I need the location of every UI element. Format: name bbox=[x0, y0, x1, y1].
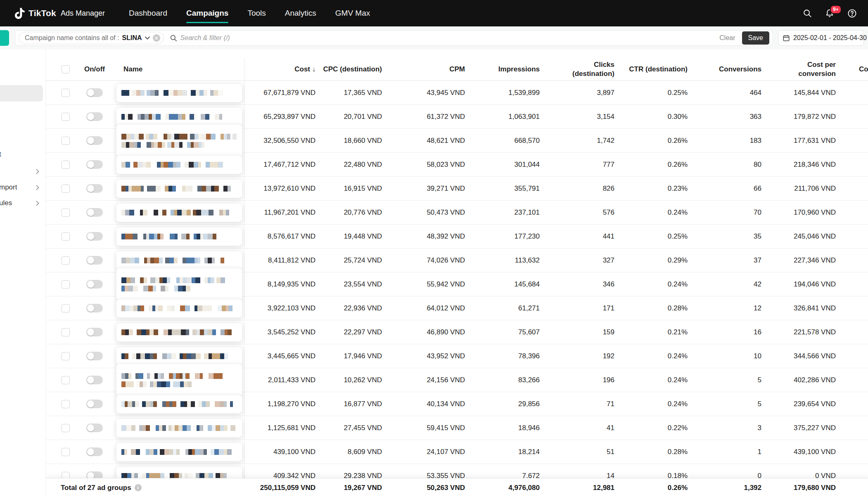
cell-ctr: 0.29% bbox=[614, 248, 688, 272]
column-header-clicks[interactable]: Clicks (destination) bbox=[540, 58, 614, 80]
row-on-off-toggle[interactable] bbox=[86, 328, 103, 336]
remove-filter-icon[interactable]: ✕ bbox=[153, 34, 160, 42]
table-row: 8,576,617 VND 19,448 VND 48,392 VND 177,… bbox=[46, 225, 868, 248]
ad-group-name-blurred[interactable] bbox=[116, 107, 242, 126]
nav-item-dashboard[interactable]: Dashboard bbox=[129, 7, 167, 19]
column-header-cpc[interactable]: CPC (destination) bbox=[315, 58, 382, 80]
notifications-bell-icon[interactable]: 9+ bbox=[824, 8, 835, 19]
ad-group-name-blurred[interactable] bbox=[116, 268, 242, 301]
row-checkbox[interactable] bbox=[62, 328, 70, 336]
row-checkbox[interactable] bbox=[62, 280, 70, 289]
row-on-off-toggle[interactable] bbox=[86, 208, 103, 217]
cell-cost-per-conversion: 375,227 VND bbox=[761, 416, 836, 440]
row-on-off-toggle[interactable] bbox=[86, 400, 103, 408]
date-range-text: 2025-02-01 - 2025-04-30 bbox=[793, 34, 867, 42]
row-on-off-toggle[interactable] bbox=[86, 256, 103, 265]
column-header-cost[interactable]: Cost ↓ bbox=[244, 58, 315, 80]
nav-item-gmv-max[interactable]: GMV Max bbox=[335, 7, 370, 19]
brand-logo[interactable]: TikTok Ads Manager bbox=[15, 8, 105, 19]
ad-group-name-blurred[interactable] bbox=[116, 364, 242, 397]
row-on-off-toggle[interactable] bbox=[86, 88, 103, 97]
nav-item-analytics[interactable]: Analytics bbox=[285, 7, 316, 19]
column-header-onoff[interactable]: On/off bbox=[77, 58, 112, 80]
row-on-off-toggle[interactable] bbox=[86, 304, 103, 312]
chevron-right-icon bbox=[36, 169, 39, 174]
row-checkbox[interactable] bbox=[62, 113, 70, 121]
ad-group-name-blurred[interactable] bbox=[116, 227, 242, 246]
row-checkbox[interactable] bbox=[62, 89, 70, 97]
row-checkbox[interactable] bbox=[62, 137, 70, 145]
ad-group-name-blurred[interactable] bbox=[116, 347, 242, 366]
search-icon[interactable] bbox=[802, 8, 813, 19]
sidebar-selected-item[interactable] bbox=[0, 85, 43, 102]
cell-cost: 32,506,550 VND bbox=[244, 129, 315, 152]
nav-item-campaigns[interactable]: Campaigns bbox=[186, 7, 228, 19]
cell-cost: 8,149,935 VND bbox=[244, 272, 315, 296]
row-checkbox[interactable] bbox=[62, 256, 70, 265]
side-panel-toggle[interactable] bbox=[0, 30, 9, 46]
row-on-off-toggle[interactable] bbox=[86, 376, 103, 384]
help-icon[interactable] bbox=[847, 8, 857, 19]
column-header-cpm[interactable]: CPM bbox=[382, 58, 465, 80]
ad-group-name-blurred[interactable] bbox=[116, 124, 242, 157]
info-icon[interactable]: i bbox=[135, 484, 142, 491]
ad-group-name-blurred[interactable] bbox=[116, 395, 242, 414]
column-header-impressions[interactable]: Impressions bbox=[465, 58, 540, 80]
column-header-conversions[interactable]: Conversions bbox=[688, 58, 761, 80]
row-on-off-toggle[interactable] bbox=[86, 447, 103, 456]
nav-item-tools[interactable]: Tools bbox=[247, 7, 266, 19]
cell-impressions: 301,044 bbox=[465, 153, 540, 176]
sidebar-item[interactable]: ules bbox=[0, 197, 46, 209]
ad-group-name-blurred[interactable] bbox=[116, 323, 242, 342]
date-range-picker[interactable]: 2025-02-01 - 2025-04-30 bbox=[778, 30, 864, 46]
row-on-off-toggle[interactable] bbox=[86, 184, 103, 193]
row-on-off-toggle[interactable] bbox=[86, 136, 103, 145]
row-on-off-toggle[interactable] bbox=[86, 160, 103, 169]
ad-group-name-blurred[interactable] bbox=[116, 155, 242, 174]
row-on-off-toggle[interactable] bbox=[86, 352, 103, 360]
column-header-name[interactable]: Name bbox=[112, 58, 244, 80]
sort-descending-icon[interactable]: ↓ bbox=[312, 66, 315, 73]
ad-group-name-blurred[interactable] bbox=[116, 419, 242, 438]
row-checkbox[interactable] bbox=[62, 208, 70, 217]
sidebar-item[interactable]: mport bbox=[0, 181, 46, 194]
table-row: 8,149,935 VND 23,554 VND 55,942 VND 145,… bbox=[46, 272, 868, 296]
campaign-filter-chip[interactable]: Campaign name contains all of : SLINA ✕ bbox=[19, 32, 164, 44]
select-all-checkbox[interactable] bbox=[62, 65, 70, 73]
chevron-right-icon bbox=[36, 185, 39, 190]
row-checkbox[interactable] bbox=[62, 424, 70, 432]
ad-group-name-blurred[interactable] bbox=[116, 251, 242, 270]
ad-group-name-blurred[interactable] bbox=[116, 179, 242, 198]
ad-group-name-blurred[interactable] bbox=[116, 299, 242, 318]
row-on-off-toggle[interactable] bbox=[86, 424, 103, 432]
clear-filters-link[interactable]: Clear bbox=[719, 34, 735, 42]
cell-cost-per-conversion: 177,631 VND bbox=[761, 129, 836, 152]
row-checkbox[interactable] bbox=[62, 232, 70, 241]
row-checkbox[interactable] bbox=[62, 161, 70, 169]
column-header-cut[interactable]: Co bbox=[836, 58, 868, 80]
row-checkbox[interactable] bbox=[62, 400, 70, 408]
ad-group-name-blurred[interactable] bbox=[116, 83, 242, 102]
row-checkbox[interactable] bbox=[62, 448, 70, 456]
cell-cost-per-conversion: 245,046 VND bbox=[761, 225, 836, 248]
row-checkbox[interactable] bbox=[62, 304, 70, 312]
total-cost-per-conversion: 179,680 VND bbox=[761, 484, 836, 492]
row-checkbox[interactable] bbox=[62, 352, 70, 360]
row-on-off-toggle[interactable] bbox=[86, 232, 103, 241]
sidebar-item[interactable] bbox=[0, 165, 46, 178]
ad-group-name-blurred[interactable] bbox=[116, 203, 242, 222]
column-header-ctr[interactable]: CTR (destination) bbox=[614, 58, 688, 80]
cell-conversions: 16 bbox=[688, 320, 761, 344]
save-filter-button[interactable]: Save bbox=[742, 31, 769, 45]
sidebar-item[interactable]: t bbox=[0, 148, 46, 161]
cell-impressions: 113,632 bbox=[465, 248, 540, 272]
row-on-off-toggle[interactable] bbox=[86, 280, 103, 289]
row-checkbox[interactable] bbox=[62, 376, 70, 384]
row-checkbox[interactable] bbox=[62, 185, 70, 193]
column-header-cost-per-conversion[interactable]: Cost per conversion bbox=[761, 58, 836, 80]
search-filter-input[interactable] bbox=[180, 34, 720, 42]
cell-cpc: 22,936 VND bbox=[315, 296, 382, 320]
row-on-off-toggle[interactable] bbox=[86, 112, 103, 121]
chevron-down-icon[interactable] bbox=[145, 36, 150, 40]
ad-group-name-blurred[interactable] bbox=[116, 443, 242, 462]
